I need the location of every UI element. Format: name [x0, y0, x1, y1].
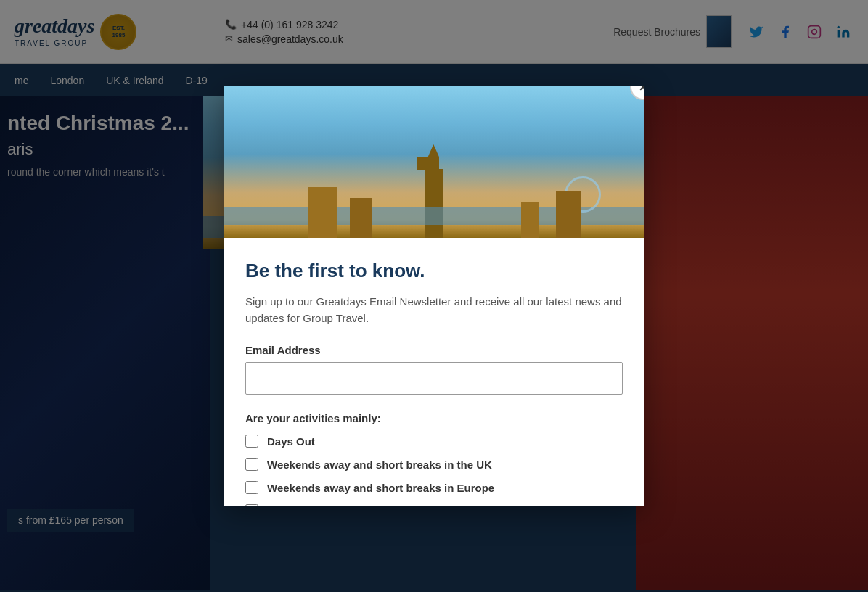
activities-label: Are your activities mainly:: [245, 412, 623, 424]
modal-header-image: [224, 86, 644, 238]
modal-header-image-inner: [224, 86, 644, 238]
checkbox-list: Days OutWeekends away and short breaks i…: [245, 435, 623, 506]
checkbox-weekends-uk[interactable]: [245, 458, 258, 471]
checkbox-label-weekends-europe[interactable]: Weekends away and short breaks in Europe: [267, 482, 494, 494]
checkbox-weekends-europe[interactable]: [245, 481, 258, 494]
close-icon: ×: [639, 86, 644, 95]
checkbox-days-out[interactable]: [245, 435, 258, 448]
newsletter-modal: × Be the fi: [224, 86, 644, 506]
email-label: Email Address: [245, 344, 623, 356]
checkbox-item: Weekends away and short breaks in Europe: [245, 481, 623, 494]
email-input[interactable]: [245, 362, 623, 395]
checkbox-label-days-out[interactable]: Days Out: [267, 435, 315, 448]
checkbox-item: Holidays in the UK: [245, 504, 623, 506]
checkbox-label-holidays-uk[interactable]: Holidays in the UK: [267, 505, 364, 507]
checkbox-item: Weekends away and short breaks in the UK: [245, 458, 623, 471]
modal-description: Sign up to our Greatdays Email Newslette…: [245, 294, 623, 326]
modal-overlay[interactable]: × Be the fi: [0, 0, 868, 592]
checkbox-item: Days Out: [245, 435, 623, 448]
checkbox-label-weekends-uk[interactable]: Weekends away and short breaks in the UK: [267, 459, 492, 471]
modal-title: Be the first to know.: [245, 260, 623, 282]
checkbox-holidays-uk[interactable]: [245, 504, 258, 506]
modal-body: Be the first to know. Sign up to our Gre…: [224, 238, 644, 506]
